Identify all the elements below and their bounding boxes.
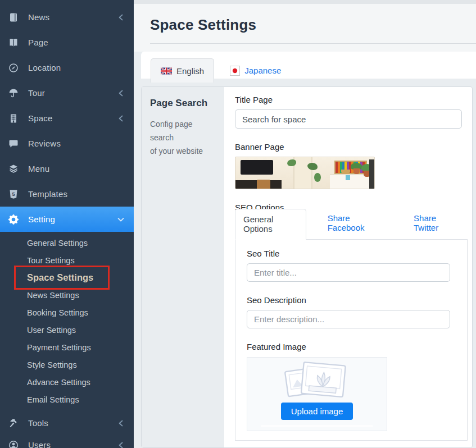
settings-panel: Page Search Config page search of your w… — [141, 86, 473, 448]
title-page-label: Title Page — [235, 95, 468, 105]
chevron-left-icon — [117, 12, 125, 22]
chevron-left-icon — [117, 113, 125, 124]
sidebar-item-menu[interactable]: Menu — [0, 156, 134, 181]
space-icon — [8, 113, 19, 124]
seo-tab-share-twitter[interactable]: Share Twitter — [404, 208, 468, 239]
tour-icon — [8, 88, 19, 98]
page-title: Space Settings — [150, 16, 476, 34]
sidebar-item-label: Tour — [28, 88, 117, 98]
chevron-left-icon — [117, 440, 125, 448]
banner-page-image[interactable] — [235, 157, 375, 189]
featured-image-label: Featured Image — [247, 342, 450, 352]
page-icon — [8, 38, 19, 48]
setting-submenu: General Settings Tour Settings Space Set… — [0, 232, 134, 410]
seo-tab-bar: General Options Share Facebook Share Twi… — [235, 217, 468, 239]
seo-title-label: Seo Title — [247, 249, 450, 259]
seo-description-input[interactable] — [247, 310, 450, 328]
jp-flag-icon — [230, 66, 240, 76]
submenu-item-booking-settings[interactable]: Booking Settings — [0, 304, 134, 321]
submenu-item-label: Payment Settings — [27, 343, 91, 352]
tab-japanese-label: Japanese — [244, 66, 281, 75]
templates-html5-icon: 5 — [8, 189, 19, 199]
submenu-item-label: Tour Settings — [27, 256, 75, 265]
location-icon — [8, 63, 19, 73]
app-window: News Page Location Tour — [0, 0, 476, 448]
submenu-item-email-settings[interactable]: Email Settings — [0, 391, 134, 408]
submenu-item-space-settings[interactable]: Space Settings — [0, 269, 134, 286]
language-tab-bar: English Japanese — [141, 52, 476, 79]
reviews-icon — [8, 139, 19, 149]
uk-flag-icon — [161, 67, 172, 75]
svg-text:5: 5 — [12, 191, 15, 196]
seo-description-label: Seo Description — [247, 295, 450, 305]
submenu-item-label: Email Settings — [27, 395, 79, 404]
users-icon — [8, 440, 19, 448]
photo-placeholder-icon — [275, 360, 359, 404]
submenu-item-label: Advance Settings — [27, 378, 90, 387]
main-content: Space Settings English Japanese — [134, 0, 476, 448]
sidebar-item-setting[interactable]: Setting — [0, 207, 134, 232]
sidebar-item-label: Templates — [28, 189, 125, 199]
seo-tab-share-facebook[interactable]: Share Facebook — [318, 208, 392, 239]
page-header: Space Settings — [134, 4, 476, 52]
settings-form: Title Page Banner Page SEO Options Gener… — [224, 87, 472, 447]
sidebar-item-label: Space — [28, 113, 117, 123]
submenu-item-news-settings[interactable]: News Settings — [0, 286, 134, 304]
section-description: Config page search of your website — [150, 117, 217, 158]
top-strip — [134, 0, 476, 4]
seo-tab-general-options[interactable]: General Options — [235, 209, 306, 240]
sidebar-item-users[interactable]: Users — [0, 432, 134, 448]
menu-layers-icon — [8, 164, 19, 174]
seo-general-options-panel: Seo Title Seo Description Featured Image — [235, 239, 468, 441]
sidebar-item-space[interactable]: Space — [0, 106, 134, 131]
submenu-item-user-settings[interactable]: User Settings — [0, 321, 134, 339]
chevron-left-icon — [117, 88, 125, 98]
upload-image-button[interactable]: Upload image — [281, 403, 353, 420]
submenu-item-style-settings[interactable]: Style Settings — [0, 356, 134, 373]
submenu-item-tour-settings[interactable]: Tour Settings — [0, 252, 134, 269]
submenu-item-label: Space Settings — [27, 272, 93, 283]
featured-image-dropzone[interactable]: Upload image — [247, 357, 387, 431]
tab-english-label: English — [176, 66, 204, 76]
section-info-column: Page Search Config page search of your w… — [142, 87, 224, 447]
submenu-item-advance-settings[interactable]: Advance Settings — [0, 373, 134, 391]
sidebar-item-page[interactable]: Page — [0, 30, 134, 55]
submenu-item-label: News Settings — [27, 291, 79, 300]
tools-hammer-icon — [8, 418, 19, 428]
chevron-left-icon — [117, 418, 125, 428]
setting-gear-icon — [8, 214, 19, 225]
sidebar-item-label: Location — [28, 63, 125, 72]
submenu-item-label: Booking Settings — [27, 308, 88, 317]
sidebar-item-label: Users — [28, 440, 117, 448]
sidebar-item-tour[interactable]: Tour — [0, 80, 134, 106]
sidebar-item-label: Page — [28, 38, 125, 47]
news-icon — [8, 12, 19, 22]
sidebar-item-label: Tools — [28, 418, 117, 428]
sidebar-item-news[interactable]: News — [0, 4, 134, 30]
submenu-item-payment-settings[interactable]: Payment Settings — [0, 339, 134, 356]
chevron-down-icon — [117, 214, 125, 225]
submenu-item-label: Style Settings — [27, 360, 77, 369]
header-divider — [150, 43, 476, 44]
submenu-item-general-settings[interactable]: General Settings — [0, 234, 134, 252]
section-title: Page Search — [150, 98, 217, 109]
banner-page-label: Banner Page — [235, 142, 468, 152]
seo-title-input[interactable] — [247, 263, 450, 282]
tab-english[interactable]: English — [151, 58, 214, 83]
sidebar-item-label: Setting — [28, 214, 117, 224]
sidebar-item-label: News — [28, 12, 117, 22]
section-description-line2: of your website — [150, 147, 203, 156]
sidebar-item-templates[interactable]: 5 Templates — [0, 181, 134, 207]
sidebar-item-reviews[interactable]: Reviews — [0, 131, 134, 156]
sidebar-item-location[interactable]: Location — [0, 55, 134, 80]
sidebar-item-label: Menu — [28, 164, 125, 173]
tab-japanese[interactable]: Japanese — [222, 58, 289, 83]
submenu-item-label: User Settings — [27, 326, 76, 335]
section-description-line1: Config page search — [150, 120, 193, 142]
sidebar: News Page Location Tour — [0, 0, 134, 448]
sidebar-item-label: Reviews — [28, 139, 125, 148]
submenu-item-label: General Settings — [27, 239, 88, 248]
title-page-input[interactable] — [235, 109, 462, 129]
